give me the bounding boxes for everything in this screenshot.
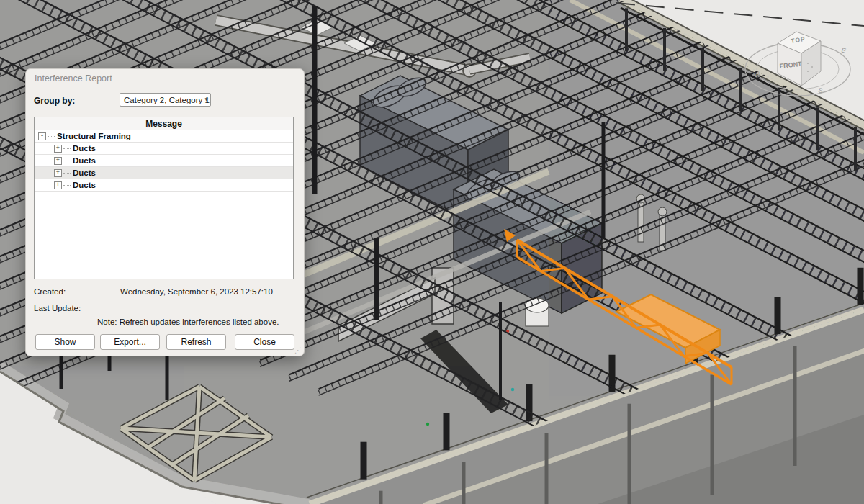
expand-toggle-icon[interactable]: + — [54, 145, 62, 153]
expand-toggle-icon[interactable]: + — [54, 181, 62, 189]
expand-toggle-icon[interactable]: + — [54, 157, 62, 165]
message-column-header: Message — [35, 117, 293, 130]
tree-row-ducts-1[interactable]: + Ducts — [35, 143, 293, 155]
tree-connector — [48, 135, 55, 137]
created-value: Wednesday, September 6, 2023 12:57:10 — [120, 287, 273, 296]
tree-connector — [63, 172, 71, 174]
dialog-title[interactable]: Interference Report — [35, 73, 112, 84]
resize-grip-icon[interactable]: ⋰ — [294, 346, 301, 354]
last-update-label: Last Update: — [34, 304, 81, 312]
tree-row-ducts-3[interactable]: + Ducts — [35, 167, 293, 179]
tree-row-structural-framing[interactable]: - Structural Framing — [35, 130, 293, 143]
interference-report-dialog: Interference Report Group by: Category 2… — [25, 68, 305, 356]
tree-connector — [63, 148, 71, 149]
tree-row-ducts-4[interactable]: + Ducts — [35, 179, 293, 192]
application-window: W S E TOP FRONT Interference Report Grou… — [0, 0, 864, 504]
tree-connector — [63, 160, 71, 161]
interference-table: Message - Structural Framing + Ducts + D… — [34, 117, 294, 279]
collapse-toggle-icon[interactable]: - — [38, 132, 46, 140]
export-button[interactable]: Export... — [100, 334, 160, 350]
refresh-button[interactable]: Refresh — [166, 334, 226, 350]
expand-toggle-icon[interactable]: + — [54, 169, 62, 177]
group-by-value: Category 2, Category 1 — [124, 96, 210, 104]
group-by-dropdown[interactable]: Category 2, Category 1 ▾ — [120, 93, 211, 107]
group-by-label: Group by: — [34, 96, 75, 106]
show-button[interactable]: Show — [35, 334, 95, 350]
close-button[interactable]: Close — [235, 334, 294, 350]
chevron-down-icon: ▾ — [204, 96, 208, 103]
refresh-note: Note: Refresh updates interferences list… — [97, 318, 279, 326]
created-label: Created: — [34, 287, 66, 296]
tree-row-ducts-2[interactable]: + Ducts — [35, 155, 293, 167]
tree-connector — [63, 184, 71, 186]
